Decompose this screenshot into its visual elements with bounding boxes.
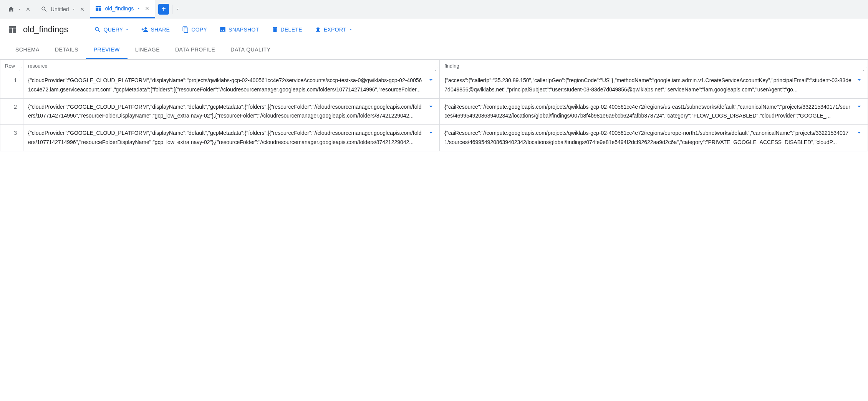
button-label: SHARE: [151, 27, 170, 33]
table-row: 1{"cloudProvider":"GOOGLE_CLOUD_PLATFORM…: [0, 72, 868, 99]
tab-label: old_findings: [105, 5, 134, 12]
resize-handle[interactable]: ⋰: [863, 67, 867, 71]
tab-old-findings[interactable]: old_findings: [90, 0, 155, 18]
cell-text: {"cloudProvider":"GOOGLE_CLOUD_PLATFORM"…: [28, 76, 424, 94]
export-button[interactable]: EXPORT: [310, 23, 357, 36]
tab-label: Untitled: [51, 6, 69, 12]
row-number: 2: [0, 98, 23, 125]
data-table: Row ⋰ resource ⋰ finding ⋰ 1{"cloudProvi…: [0, 60, 868, 151]
chevron-down-icon[interactable]: [18, 7, 22, 11]
chevron-down-icon: [349, 28, 353, 31]
cell-finding: {"access":{"callerIp":"35.230.89.150","c…: [440, 72, 868, 99]
table-header-row: Row ⋰ resource ⋰ finding ⋰: [0, 60, 868, 72]
query-icon: [41, 6, 48, 13]
close-icon[interactable]: [79, 6, 86, 13]
chevron-down-icon[interactable]: [176, 7, 180, 12]
cell-resource: {"cloudProvider":"GOOGLE_CLOUD_PLATFORM"…: [23, 72, 440, 99]
tab-details[interactable]: DETAILS: [47, 41, 86, 59]
expand-icon[interactable]: [427, 76, 435, 94]
cell-resource: {"cloudProvider":"GOOGLE_CLOUD_PLATFORM"…: [23, 125, 440, 151]
cell-text: {"caiResource":"//compute.googleapis.com…: [444, 129, 852, 147]
tab-data-quality[interactable]: DATA QUALITY: [223, 41, 278, 59]
tab-preview[interactable]: PREVIEW: [86, 41, 128, 59]
delete-button[interactable]: DELETE: [267, 23, 307, 36]
page-title: old_findings: [23, 25, 68, 35]
button-label: DELETE: [281, 27, 302, 33]
expand-icon[interactable]: [855, 129, 863, 147]
cell-resource: {"cloudProvider":"GOOGLE_CLOUD_PLATFORM"…: [23, 98, 440, 125]
share-button[interactable]: SHARE: [137, 23, 174, 36]
sub-tabs: SCHEMA DETAILS PREVIEW LINEAGE DATA PROF…: [0, 41, 868, 60]
table-row: 3{"cloudProvider":"GOOGLE_CLOUD_PLATFORM…: [0, 125, 868, 151]
tab-data-profile[interactable]: DATA PROFILE: [167, 41, 223, 59]
cell-text: {"caiResource":"//compute.googleapis.com…: [444, 103, 852, 121]
tab-schema[interactable]: SCHEMA: [8, 41, 47, 59]
query-button[interactable]: QUERY: [89, 23, 134, 36]
tab-home[interactable]: [3, 0, 36, 18]
button-label: COPY: [191, 27, 207, 33]
row-number: 3: [0, 125, 23, 151]
button-label: SNAPSHOT: [229, 27, 259, 33]
resize-handle[interactable]: ⋰: [18, 67, 22, 71]
cell-text: {"cloudProvider":"GOOGLE_CLOUD_PLATFORM"…: [28, 103, 424, 121]
tab-untitled[interactable]: Untitled: [36, 0, 90, 18]
tab-lineage[interactable]: LINEAGE: [128, 41, 167, 59]
column-header-resource[interactable]: resource ⋰: [23, 60, 440, 72]
table-icon: [8, 25, 17, 34]
separator: [172, 5, 172, 14]
chevron-down-icon[interactable]: [72, 7, 76, 11]
table-row: 2{"cloudProvider":"GOOGLE_CLOUD_PLATFORM…: [0, 98, 868, 125]
copy-button[interactable]: COPY: [177, 23, 212, 36]
resize-handle[interactable]: ⋰: [435, 67, 439, 71]
row-number: 1: [0, 72, 23, 99]
expand-icon[interactable]: [427, 129, 435, 147]
cell-text: {"cloudProvider":"GOOGLE_CLOUD_PLATFORM"…: [28, 129, 424, 147]
button-label: EXPORT: [324, 27, 346, 33]
column-header-row[interactable]: Row ⋰: [0, 60, 23, 72]
home-icon: [8, 6, 15, 13]
expand-icon[interactable]: [855, 76, 863, 94]
column-header-finding[interactable]: finding ⋰: [440, 60, 868, 72]
cell-finding: {"caiResource":"//compute.googleapis.com…: [440, 98, 868, 125]
expand-icon[interactable]: [855, 103, 863, 121]
cell-finding: {"caiResource":"//compute.googleapis.com…: [440, 125, 868, 151]
cell-text: {"access":{"callerIp":"35.230.89.150","c…: [444, 76, 852, 94]
close-icon[interactable]: [25, 6, 31, 13]
snapshot-button[interactable]: SNAPSHOT: [215, 23, 263, 36]
tab-bar: Untitled old_findings +: [0, 0, 868, 18]
table-icon: [95, 5, 102, 12]
add-tab-button[interactable]: +: [158, 4, 169, 15]
close-icon[interactable]: [144, 5, 151, 12]
chevron-down-icon: [125, 28, 129, 31]
expand-icon[interactable]: [427, 103, 435, 121]
toolbar: old_findings QUERY SHARE COPY SNAPSHOT D…: [0, 18, 868, 41]
button-label: QUERY: [103, 27, 123, 33]
chevron-down-icon[interactable]: [137, 7, 141, 10]
